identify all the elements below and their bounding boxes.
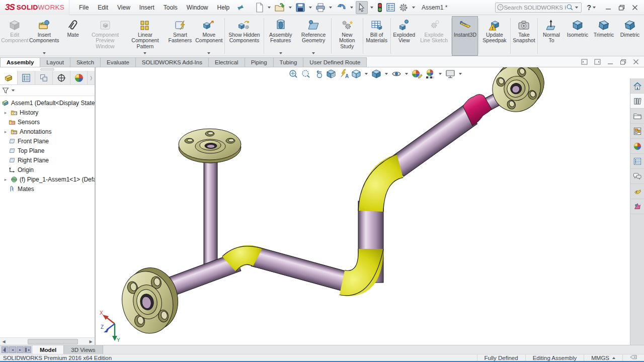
file-explorer-tab[interactable] bbox=[630, 109, 644, 124]
interference-check-icon[interactable] bbox=[376, 2, 384, 14]
next-tab-button[interactable]: ▸ bbox=[17, 346, 24, 353]
dropdown-caret[interactable] bbox=[412, 7, 415, 9]
dropdown-caret[interactable] bbox=[43, 52, 46, 54]
apply-scene-button[interactable] bbox=[425, 68, 436, 79]
minimize-document-button[interactable] bbox=[607, 59, 613, 65]
new-motion-study-button[interactable]: New Motion Study bbox=[332, 16, 362, 56]
update-speedpak-button[interactable]: !Update Speedpak bbox=[479, 16, 510, 56]
previous-view-button[interactable] bbox=[313, 68, 324, 79]
panel-splitter[interactable] bbox=[0, 67, 95, 71]
restore-button[interactable] bbox=[618, 5, 625, 11]
scroll-left-arrow[interactable]: ◀ bbox=[0, 338, 8, 345]
bill-of-materials-button[interactable]: Bill of Materials bbox=[364, 16, 390, 56]
tree-item-sensors[interactable]: Sensors bbox=[0, 117, 95, 127]
trimetric-view-button[interactable]: Trimetric bbox=[591, 16, 617, 56]
tab-sketch[interactable]: Sketch bbox=[70, 57, 101, 67]
normal-to-button[interactable]: Normal To bbox=[538, 16, 565, 56]
propertymanager-tab[interactable] bbox=[18, 71, 35, 84]
dropdown-caret[interactable] bbox=[207, 52, 210, 54]
new-document-button[interactable] bbox=[254, 2, 265, 14]
section-view-button[interactable] bbox=[326, 68, 337, 79]
dock-left-icon[interactable] bbox=[581, 59, 588, 65]
save-button[interactable] bbox=[294, 2, 306, 14]
expand-arrow[interactable] bbox=[3, 177, 8, 182]
tree-item-annotations[interactable]: AAnnotations bbox=[0, 127, 95, 136]
pipe-assembly-model[interactable]: X Z Y bbox=[96, 67, 629, 345]
linear-component-pattern-button[interactable]: Linear Component Pattern bbox=[124, 16, 166, 56]
close-button[interactable] bbox=[632, 5, 638, 11]
subscription-services-tab[interactable] bbox=[630, 184, 644, 199]
tree-item-top-plane[interactable]: Top Plane bbox=[0, 146, 95, 155]
tree-item-right-plane[interactable]: Right Plane bbox=[0, 155, 95, 165]
tab-evaluate[interactable]: Evaluate bbox=[100, 57, 136, 67]
tree-item-front-plane[interactable]: Front Plane bbox=[0, 136, 95, 146]
dropdown-caret[interactable] bbox=[268, 7, 271, 9]
tree-item-history[interactable]: History bbox=[0, 108, 95, 117]
menu-insert[interactable]: Insert bbox=[135, 2, 159, 13]
dimxpertmanager-tab[interactable] bbox=[53, 71, 70, 84]
dropdown-caret[interactable] bbox=[329, 7, 332, 9]
dropdown-caret[interactable] bbox=[312, 52, 315, 54]
pin-menu-icon[interactable] bbox=[237, 4, 244, 11]
menu-window[interactable]: Window bbox=[182, 2, 213, 13]
close-document-button[interactable] bbox=[633, 59, 639, 65]
dropdown-caret[interactable] bbox=[405, 73, 408, 75]
tab-user-defined-route[interactable]: User Defined Route bbox=[303, 57, 367, 67]
search-icon[interactable] bbox=[566, 4, 574, 11]
tab-solidworks-add-ins[interactable]: SOLIDWORKS Add-Ins bbox=[135, 57, 209, 67]
show-hidden-components-button[interactable]: Show Hidden Components bbox=[225, 16, 263, 56]
first-tab-button[interactable]: ◂▍ bbox=[2, 346, 9, 353]
configurationmanager-tab[interactable] bbox=[35, 71, 53, 84]
menu-view[interactable]: View bbox=[113, 2, 135, 13]
view-settings-button[interactable] bbox=[445, 68, 456, 79]
manager-tabs-overflow-chevron[interactable]: 〉 bbox=[88, 71, 95, 84]
dropdown-caret[interactable] bbox=[365, 73, 368, 75]
print-button[interactable] bbox=[314, 2, 327, 14]
expand-arrow[interactable] bbox=[3, 110, 8, 115]
tag-button[interactable] bbox=[622, 354, 644, 361]
displaymanager-tab[interactable] bbox=[70, 71, 88, 84]
hide-show-items-button[interactable] bbox=[391, 68, 402, 79]
scrollbar-thumb[interactable] bbox=[28, 339, 78, 344]
filter-funnel-icon[interactable] bbox=[2, 87, 9, 94]
dropdown-caret[interactable] bbox=[279, 52, 282, 54]
dropdown-caret[interactable] bbox=[593, 7, 596, 9]
tree-root-assembly[interactable]: Assem1 (Default<Display State-1 bbox=[0, 98, 95, 108]
tab-layout[interactable]: Layout bbox=[40, 57, 70, 67]
mate-button[interactable]: Mate bbox=[60, 16, 86, 56]
menu-file[interactable]: File bbox=[74, 2, 93, 13]
3d-views-tab[interactable]: 3D Views bbox=[64, 345, 103, 354]
tab-tubing[interactable]: Tubing bbox=[273, 57, 304, 67]
featuremanager-tab[interactable] bbox=[0, 71, 18, 84]
menu-edit[interactable]: Edit bbox=[93, 2, 113, 13]
dock-right-icon[interactable] bbox=[594, 59, 601, 65]
dynamic-annotation-views-button[interactable]: A bbox=[338, 68, 349, 79]
expand-arrow[interactable] bbox=[3, 129, 8, 134]
edit-appearance-button[interactable] bbox=[411, 68, 423, 79]
units-selector[interactable]: MMGS bbox=[584, 354, 622, 361]
open-button[interactable] bbox=[273, 2, 286, 14]
help-button[interactable]: ? bbox=[587, 4, 597, 12]
model-tab[interactable]: Model bbox=[33, 345, 64, 354]
minimize-button[interactable] bbox=[605, 5, 611, 11]
dimetric-view-button[interactable]: Dimetric bbox=[617, 16, 643, 56]
tree-horizontal-scrollbar[interactable]: ◀ ▶ bbox=[0, 337, 95, 345]
search-scope-caret[interactable] bbox=[575, 7, 578, 9]
zoom-to-area-button[interactable] bbox=[300, 68, 311, 79]
design-library-tab[interactable] bbox=[630, 94, 644, 109]
view-orientation-button[interactable] bbox=[351, 68, 362, 79]
dropdown-caret[interactable] bbox=[439, 73, 442, 75]
solidworks-resources-tab[interactable] bbox=[630, 78, 644, 94]
help-search-box[interactable]: ? bbox=[495, 3, 582, 13]
display-style-button[interactable] bbox=[371, 68, 382, 79]
undo-button[interactable] bbox=[335, 2, 348, 14]
graphics-viewport[interactable]: X Z Y A bbox=[96, 67, 644, 345]
select-tool-button[interactable] bbox=[356, 1, 368, 14]
scroll-right-arrow[interactable]: ▶ bbox=[87, 338, 95, 345]
xpress-products-tab[interactable] bbox=[630, 199, 644, 214]
appearances-scenes-tab[interactable] bbox=[630, 139, 644, 154]
search-input[interactable] bbox=[504, 5, 566, 11]
file-properties-button[interactable] bbox=[385, 2, 396, 13]
instant3d-button[interactable]: Instant3D bbox=[452, 16, 478, 56]
menu-help[interactable]: Help bbox=[213, 2, 234, 13]
